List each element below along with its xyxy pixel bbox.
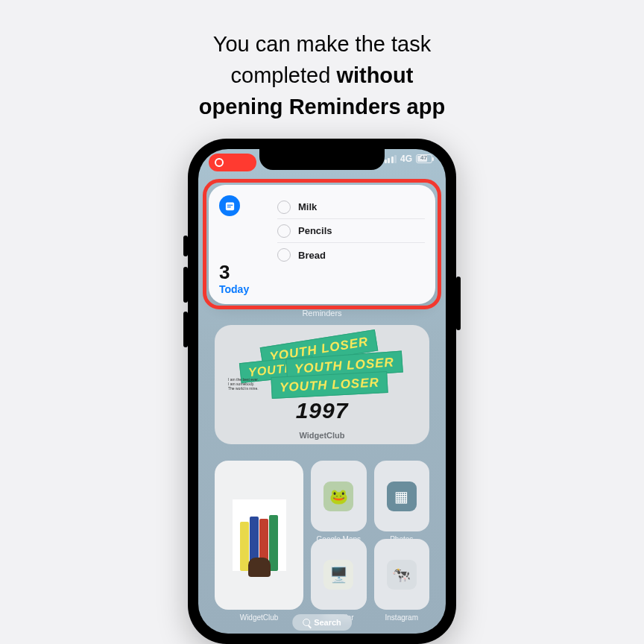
check-circle-icon[interactable] [277,201,291,214]
today-icon [219,195,240,216]
widgetclub-widget[interactable]: YOUTH LOSER YOUTH L YOUTH LOSER YOUTH LO… [215,325,429,444]
reminders-summary: 3 Today [219,195,267,297]
phone-frame: 4G 47 3 Today Milk P [188,139,456,644]
spotlight-search[interactable]: Search [292,614,352,631]
sticker-fineprint: I am the best ever.I am somebody.The wor… [228,377,273,391]
status-bar: 4G 47 [385,154,432,164]
search-label: Search [314,618,341,627]
volume-down-button[interactable] [183,312,188,347]
reminders-count: 3 [219,262,267,282]
year-text: 1997 [296,398,349,423]
reminders-list: Milk Pencils Bread [277,195,425,297]
svg-rect-1 [227,204,233,205]
reminder-text: Bread [298,250,326,261]
headline-line1: You can make the task [213,32,431,56]
check-circle-icon[interactable] [277,248,291,262]
check-circle-icon[interactable] [277,224,291,238]
reminders-widget[interactable]: 3 Today Milk Pencils Bread [209,185,435,304]
google-maps-app[interactable]: 🐸 Google Maps [311,461,366,531]
reminder-item[interactable]: Pencils [277,219,425,243]
mute-switch[interactable] [183,236,188,256]
app-label: WidgetClub [215,613,303,622]
reminders-widget-caption: Reminders [198,309,446,318]
calendar-app[interactable]: 🖥️ Calendar [311,539,366,610]
polaroid-icon: ▦ [387,482,417,511]
network-type: 4G [400,154,412,164]
svg-rect-0 [225,202,233,210]
reminder-item[interactable]: Milk [277,195,425,219]
battery-pct: 47 [420,154,427,162]
screen-record-pill[interactable] [209,154,256,171]
cow-icon: 🐄 [387,560,417,590]
headline-line2b: without [336,63,413,87]
reminder-text: Milk [298,201,317,212]
frog-icon: 🐸 [323,482,353,511]
retro-computer-icon: 🖥️ [323,560,353,590]
today-label: Today [219,283,267,295]
record-icon [215,158,224,167]
headline-line2a: completed [231,63,337,87]
app-grid: WidgetClub 🐸 Google Maps ▦ Photos 🖥️ Cal… [215,461,429,610]
photos-app[interactable]: ▦ Photos [374,461,429,531]
search-icon [303,619,310,626]
signal-icon [385,155,397,163]
instagram-app[interactable]: 🐄 Instagram [374,539,429,610]
widgetclub-large-tile[interactable]: WidgetClub [215,461,303,610]
reminder-item[interactable]: Bread [277,243,425,267]
headline: You can make the task completed without … [199,28,445,122]
app-label: Instagram [374,613,429,622]
reminder-text: Pencils [298,225,332,236]
phone-screen: 4G 47 3 Today Milk P [198,149,446,634]
power-button[interactable] [456,277,461,330]
svg-rect-2 [227,206,230,207]
headline-line3: opening Reminders app [199,95,445,119]
widgetclub-caption: WidgetClub [215,431,429,440]
books-image [233,499,286,571]
battery-icon: 47 [416,154,432,163]
notch [259,149,385,170]
volume-up-button[interactable] [183,267,188,303]
